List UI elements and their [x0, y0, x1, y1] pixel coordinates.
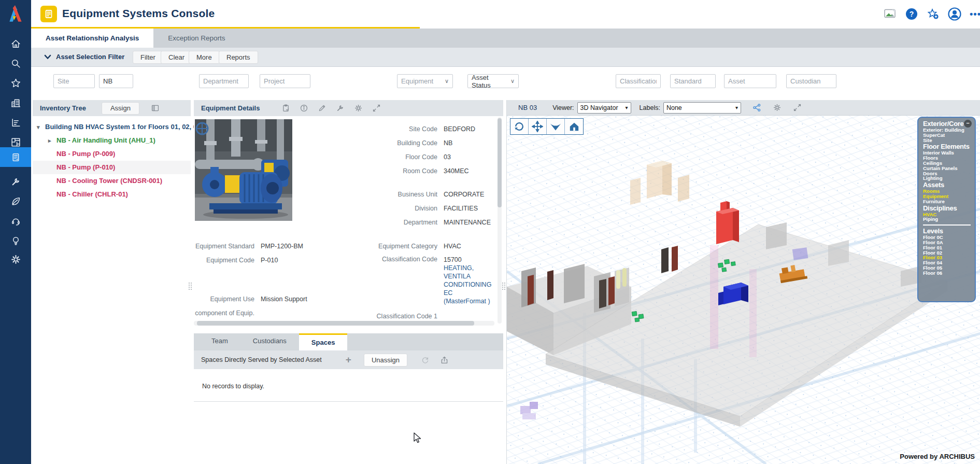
- page-title: Equipment Systems Console: [62, 7, 215, 20]
- sidebar-item-maintenance[interactable]: [0, 172, 31, 191]
- home-icon: [10, 38, 21, 49]
- columns-icon[interactable]: [151, 104, 160, 113]
- tab-custodians[interactable]: Custodians: [240, 333, 299, 350]
- search-icon: [10, 58, 21, 69]
- unassign-button[interactable]: Unassign: [364, 354, 407, 367]
- wrench-icon[interactable]: [336, 104, 345, 113]
- pan-button[interactable]: [529, 119, 547, 134]
- clear-button[interactable]: Clear: [161, 51, 192, 64]
- legend-item[interactable]: Lighting: [923, 176, 975, 181]
- reports-button[interactable]: Reports: [219, 51, 258, 64]
- viewer-select[interactable]: 3D Navigator▾: [577, 102, 631, 114]
- empty-records-text: No records to display.: [202, 383, 503, 390]
- sidebar-item-favorites[interactable]: [0, 73, 31, 93]
- gear-icon[interactable]: [354, 104, 363, 113]
- filter-button[interactable]: Filter: [133, 51, 163, 64]
- assign-button[interactable]: Assign: [102, 102, 139, 115]
- horizontal-scrollbar[interactable]: [194, 321, 494, 326]
- inventory-tree: ▾ Building NB HVAC System 1 for Floors 0…: [33, 116, 191, 201]
- mouse-cursor: [412, 432, 422, 444]
- department-filter-input[interactable]: [199, 74, 249, 88]
- edit-pencil-icon[interactable]: [318, 104, 326, 113]
- rotate-button[interactable]: [510, 119, 529, 134]
- add-icon[interactable]: +: [346, 354, 351, 365]
- sidebar-item-buildings[interactable]: [0, 93, 31, 113]
- sidebar-item-support[interactable]: [0, 211, 31, 231]
- field-row: Building CodeNB: [297, 136, 500, 150]
- panel-resize-handle[interactable]: [189, 283, 193, 296]
- floor-plan-icon: [10, 137, 21, 148]
- sidebar-item-reports[interactable]: [0, 113, 31, 132]
- legend-item[interactable]: Site: [923, 138, 975, 143]
- equipment-select[interactable]: Equipment∨: [397, 74, 453, 88]
- panel-resize-handle[interactable]: [502, 283, 506, 296]
- tree-collapsed-icon[interactable]: ▸: [48, 134, 51, 147]
- info-icon[interactable]: [300, 104, 308, 113]
- tree-item-ahu[interactable]: ▸ NB - Air Handling Unit (AHU_1): [33, 134, 191, 147]
- 3d-model-view[interactable]: [507, 116, 980, 464]
- sidebar-item-home[interactable]: [0, 34, 31, 53]
- report-chart-icon: [10, 117, 21, 128]
- inventory-tree-header: Inventory Tree Assign: [33, 100, 191, 116]
- building-filter-input[interactable]: [99, 74, 133, 88]
- more-button[interactable]: More: [189, 51, 220, 64]
- share-view-button[interactable]: [752, 103, 761, 112]
- site-filter-input[interactable]: [53, 74, 95, 88]
- screenshot-button[interactable]: [883, 7, 898, 21]
- home-view-button[interactable]: [565, 119, 583, 134]
- viewer-settings-button[interactable]: [773, 103, 782, 112]
- tree-item-cooling-tower[interactable]: NB - Cooling Tower (CNDSR-001): [33, 174, 191, 188]
- sidebar-item-settings[interactable]: [0, 249, 31, 269]
- tree-item-pump-010[interactable]: NB - Pump (P-010): [33, 161, 191, 174]
- look-down-button[interactable]: [547, 119, 565, 134]
- tree-item-building[interactable]: ▾ Building NB HVAC System 1 for Floors 0…: [33, 120, 191, 134]
- custodian-filter-input[interactable]: [786, 74, 836, 88]
- asset-filter-input[interactable]: [724, 74, 776, 88]
- tree-item-pump-009[interactable]: NB - Pump (P-009): [33, 147, 191, 161]
- tab-asset-relationship-analysis[interactable]: Asset Relationship Analysis: [31, 29, 153, 48]
- star-plus-icon: [927, 8, 939, 20]
- tree-item-chiller[interactable]: NB - Chiller (CHLR-01): [33, 188, 191, 201]
- viewer-header: NB 03 Viewer: 3D Navigator▾ Labels: None…: [507, 100, 980, 116]
- chevron-down-icon[interactable]: [44, 53, 52, 61]
- legend-item[interactable]: Floor 06: [923, 271, 975, 276]
- tab-exception-reports[interactable]: Exception Reports: [153, 29, 239, 48]
- archibus-logo-icon: [6, 3, 25, 24]
- asset-status-select[interactable]: Asset Status∨: [467, 74, 519, 88]
- filter-title: Asset Selection Filter: [56, 53, 124, 61]
- sidebar-item-ideas[interactable]: [0, 231, 31, 250]
- equipment-systems-console: Equipment Systems Console ? ••• Asset Re…: [0, 0, 980, 464]
- tree-expand-icon[interactable]: ▾: [37, 120, 40, 134]
- sidebar-item-equipment[interactable]: [0, 147, 31, 167]
- field-row: Business UnitCORPORATE: [297, 187, 500, 201]
- asset-selection-filter-bar: Asset Selection Filter Filter Clear More…: [31, 48, 980, 67]
- gear-icon: [10, 254, 21, 265]
- labels-select[interactable]: None▾: [663, 102, 741, 114]
- clipboard-icon[interactable]: [281, 104, 290, 113]
- legend-header: Disciplines: [923, 204, 975, 212]
- classification-filter-input[interactable]: [616, 74, 661, 88]
- tab-team[interactable]: Team: [199, 333, 240, 350]
- sidebar-item-search[interactable]: [0, 53, 31, 73]
- refresh-icon[interactable]: [421, 356, 430, 364]
- relations-tab-bar: Team Custodians Spaces: [194, 333, 503, 350]
- export-icon[interactable]: [440, 356, 449, 364]
- more-menu-button[interactable]: •••: [968, 7, 980, 21]
- tab-spaces[interactable]: Spaces: [299, 333, 348, 350]
- legend-collapse-button[interactable]: –: [964, 120, 972, 128]
- legend-header: Levels: [923, 227, 975, 235]
- add-favorite-button[interactable]: [926, 7, 940, 21]
- expand-icon[interactable]: [372, 104, 381, 113]
- help-button[interactable]: ?: [904, 7, 919, 21]
- profile-button[interactable]: [947, 7, 962, 21]
- vertical-scrollbar[interactable]: [498, 117, 502, 324]
- filter-inputs-row: Equipment∨ Asset Status∨: [31, 67, 980, 100]
- help-icon: ?: [906, 8, 917, 20]
- viewer-label: Viewer:: [552, 104, 574, 111]
- legend-item[interactable]: Piping: [923, 217, 975, 222]
- viewer-expand-button[interactable]: [793, 103, 802, 112]
- standard-filter-input[interactable]: [670, 74, 716, 88]
- project-filter-input[interactable]: [260, 74, 310, 88]
- legend-item[interactable]: Furniture: [923, 199, 975, 204]
- sidebar-item-sustainability[interactable]: [0, 191, 31, 211]
